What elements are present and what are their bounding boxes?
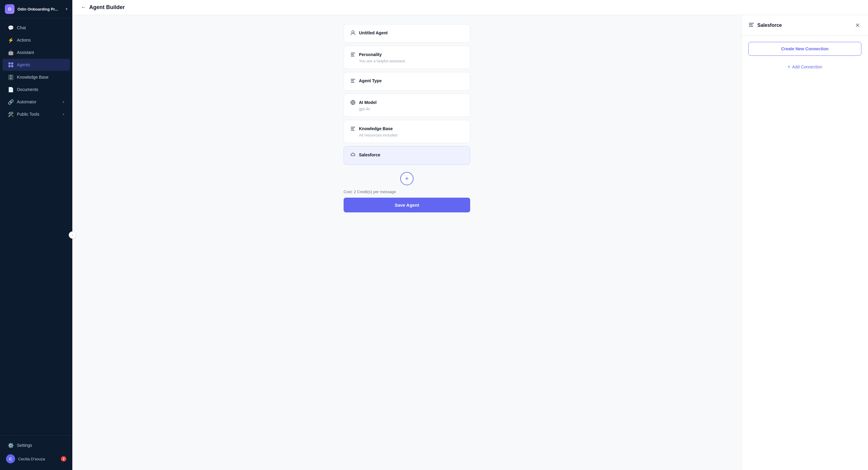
panel-close-button[interactable]: ✕	[854, 21, 861, 30]
salesforce-card[interactable]: Salesforce	[344, 146, 470, 165]
personality-card[interactable]: Personality You are a helpful assistant.	[344, 46, 470, 69]
ai-model-subtitle: gpt-4o	[350, 107, 464, 111]
svg-rect-16	[749, 23, 754, 24]
actions-icon: ⚡	[8, 37, 14, 43]
sidebar-header[interactable]: O Odin Onboarding Pr... ▾	[0, 0, 72, 19]
agents-icon	[8, 62, 14, 68]
personality-icon	[350, 52, 356, 58]
sidebar-item-assistant[interactable]: 🤖 Assistant	[2, 46, 70, 58]
knowledge-base-card[interactable]: Knowledge Base All resources included	[344, 120, 470, 143]
svg-rect-17	[749, 24, 752, 25]
add-card-button[interactable]: +	[400, 172, 413, 185]
knowledge-base-subtitle: All resources included	[350, 133, 464, 137]
svg-rect-1	[11, 62, 13, 64]
agent-type-card[interactable]: Agent Type	[344, 72, 470, 91]
plus-icon: +	[787, 64, 790, 70]
sidebar-item-actions[interactable]: ⚡ Actions	[2, 34, 70, 46]
sidebar-item-documents[interactable]: 📄 Documents	[2, 84, 70, 95]
avatar: C	[6, 454, 15, 463]
create-new-connection-button[interactable]: Create New Connection	[748, 42, 861, 56]
project-name: Odin Onboarding Pr...	[18, 7, 66, 11]
svg-rect-10	[351, 82, 354, 83]
sidebar-item-label: Agents	[17, 62, 30, 67]
svg-rect-15	[351, 130, 354, 130]
ai-model-icon	[350, 99, 356, 105]
personality-subtitle: You are a helpful assistant.	[350, 59, 464, 63]
sidebar-item-knowledge-base[interactable]: 🗄️ Knowledge Base	[2, 71, 70, 83]
salesforce-title: Salesforce	[359, 152, 380, 157]
sidebar-item-label: Actions	[17, 38, 31, 42]
cost-text: Cost: 2 Credit(s) per message	[344, 189, 470, 194]
personality-title: Personality	[359, 52, 381, 57]
panel-body: Create New Connection + Add Connection	[742, 36, 868, 470]
sidebar-collapse-button[interactable]: ‹	[69, 231, 76, 239]
svg-rect-6	[351, 54, 354, 55]
settings-nav-item[interactable]: ⚙️ Settings	[2, 439, 70, 451]
card-header: Knowledge Base	[350, 126, 464, 132]
card-header: Untitled Agent	[350, 30, 464, 36]
card-header: AI Model	[350, 99, 464, 105]
svg-rect-8	[351, 79, 355, 80]
ai-model-title: AI Model	[359, 100, 376, 105]
sidebar-item-automator[interactable]: 🔗 Automator ▾	[2, 96, 70, 108]
panel-header: Salesforce ✕	[742, 15, 868, 36]
sidebar-item-agents[interactable]: Agents	[2, 59, 70, 71]
svg-rect-13	[351, 127, 355, 127]
card-header: Agent Type	[350, 78, 464, 84]
sidebar-item-label: Knowledge Base	[17, 75, 49, 80]
automator-chevron-icon: ▾	[63, 100, 64, 104]
public-tools-chevron-icon: ▾	[63, 113, 64, 116]
back-button[interactable]: ← Agent Builder	[81, 4, 125, 10]
automator-icon: 🔗	[8, 99, 14, 105]
user-name: Cecilia D'souza	[18, 457, 61, 461]
svg-rect-2	[8, 65, 10, 67]
page-title: Agent Builder	[89, 4, 125, 10]
sidebar-nav: 💬 Chat ⚡ Actions 🤖 Assistant Agents	[0, 19, 72, 435]
sidebar-footer: ⚙️ Settings C Cecilia D'souza 2	[0, 435, 72, 470]
svg-rect-14	[351, 128, 354, 129]
content-area: Untitled Agent Personality	[72, 15, 868, 470]
top-bar: ← Agent Builder	[72, 0, 868, 15]
project-chevron-icon: ▾	[66, 7, 67, 11]
notification-badge: 2	[61, 456, 66, 462]
panel-title: Salesforce	[757, 23, 782, 28]
sidebar-item-label: Documents	[17, 87, 38, 92]
sidebar-item-label: Automator	[17, 99, 36, 104]
card-header: Salesforce	[350, 152, 464, 158]
sidebar-item-label: Chat	[17, 25, 26, 30]
user-profile[interactable]: C Cecilia D'souza 2	[2, 451, 70, 466]
documents-icon: 📄	[8, 87, 14, 93]
salesforce-panel: Salesforce ✕ Create New Connection + Add…	[741, 15, 868, 470]
settings-label: Settings	[17, 443, 32, 448]
back-arrow-icon: ←	[81, 4, 86, 10]
svg-rect-3	[11, 65, 13, 67]
agent-builder-main: Untitled Agent Personality	[72, 15, 741, 470]
svg-point-12	[352, 101, 354, 103]
agent-icon	[350, 30, 356, 36]
untitled-agent-card[interactable]: Untitled Agent	[344, 24, 470, 43]
svg-rect-5	[351, 53, 355, 53]
sidebar-logo: O	[5, 4, 14, 14]
svg-rect-7	[351, 56, 354, 56]
public-tools-icon: 🛠️	[8, 111, 14, 117]
sidebar-item-label: Public Tools	[17, 112, 39, 117]
add-connection-link[interactable]: + Add Connection	[748, 61, 861, 73]
add-connection-label: Add Connection	[792, 64, 822, 69]
sidebar-item-label: Assistant	[17, 50, 34, 55]
save-agent-button[interactable]: Save Agent	[344, 198, 470, 212]
agent-type-title: Agent Type	[359, 78, 381, 83]
settings-icon: ⚙️	[8, 442, 14, 448]
kb-icon	[350, 126, 356, 132]
main-content: ← Agent Builder Untitled Agent	[72, 0, 868, 470]
svg-point-4	[352, 31, 354, 33]
card-header: Personality	[350, 52, 464, 58]
sidebar-item-chat[interactable]: 💬 Chat	[2, 22, 70, 34]
ai-model-card[interactable]: AI Model gpt-4o	[344, 94, 470, 117]
cards-container: Untitled Agent Personality	[344, 24, 470, 168]
knowledge-base-title: Knowledge Base	[359, 126, 393, 131]
chat-icon: 💬	[8, 25, 14, 31]
sidebar-item-public-tools[interactable]: 🛠️ Public Tools ▾	[2, 108, 70, 120]
svg-rect-9	[351, 81, 354, 81]
salesforce-icon	[350, 152, 356, 158]
agent-type-icon	[350, 78, 356, 84]
